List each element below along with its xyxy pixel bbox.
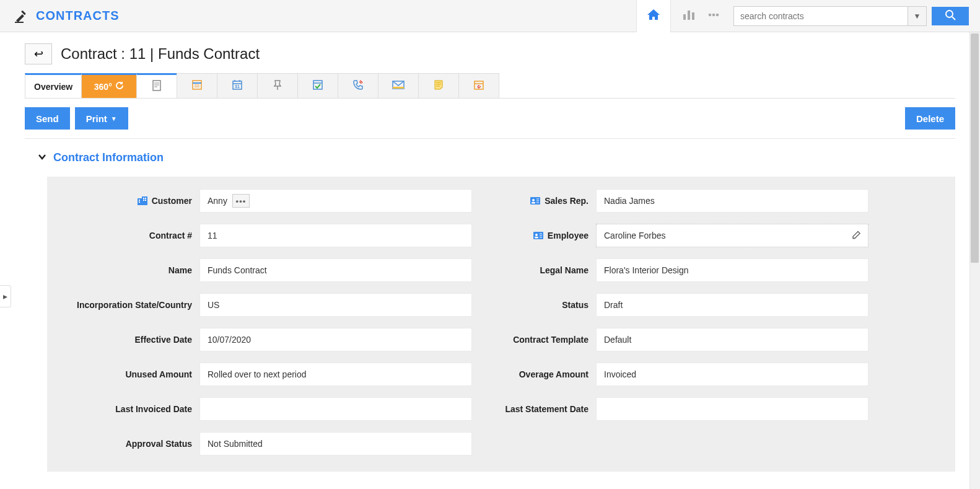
nav-more[interactable] <box>701 4 726 29</box>
svg-rect-38 <box>145 200 146 201</box>
label-name: Name <box>63 258 199 282</box>
top-bar: CONTRACTS ▼ <box>0 0 980 32</box>
chevron-down-icon <box>37 152 47 164</box>
label-customer-text: Customer <box>152 196 192 206</box>
calendar-icon: 31 <box>231 79 243 93</box>
label-lastinvoiced-text: Last Invoiced Date <box>115 404 192 414</box>
tab-check[interactable] <box>297 73 338 98</box>
value-contractno[interactable]: 11 <box>199 224 472 247</box>
customer-lookup-button[interactable]: ••• <box>232 194 250 208</box>
phone-icon <box>352 79 364 93</box>
label-customer: Customer <box>63 189 199 213</box>
tab-mail[interactable] <box>378 73 419 98</box>
value-employee[interactable]: Caroline Forbes <box>596 224 868 247</box>
search-input[interactable] <box>734 11 908 21</box>
svg-rect-3 <box>688 11 690 20</box>
tab-sticky[interactable] <box>418 73 459 98</box>
nav-analytics[interactable] <box>676 4 701 29</box>
more-icon <box>707 8 720 24</box>
edit-employee-button[interactable] <box>852 230 862 242</box>
document-icon <box>151 79 163 94</box>
label-effdate-text: Effective Date <box>134 335 192 345</box>
label-salesrep-text: Sales Rep. <box>545 196 588 206</box>
value-lastinvoiced[interactable] <box>199 397 472 421</box>
svg-point-5 <box>709 14 712 17</box>
svg-rect-34 <box>142 196 147 205</box>
delete-button[interactable]: Delete <box>905 107 955 130</box>
svg-text:31: 31 <box>235 84 240 89</box>
search-button[interactable] <box>932 7 969 25</box>
label-approval: Approval Status <box>63 432 199 456</box>
value-effdate-text: 10/07/2020 <box>208 335 251 345</box>
tab-overview[interactable]: Overview <box>25 73 82 98</box>
svg-point-48 <box>535 234 538 236</box>
top-actions: ▼ <box>636 0 969 32</box>
label-legalname-text: Legal Name <box>540 265 588 275</box>
section-header[interactable]: Contract Information <box>37 151 955 164</box>
value-salesrep[interactable]: Nadia James <box>596 189 868 213</box>
tab-overview-label: Overview <box>34 82 72 92</box>
svg-line-9 <box>952 17 955 20</box>
action-row: Send Print ▼ Delete <box>25 107 955 139</box>
back-button[interactable]: ↩ <box>25 43 52 64</box>
send-button-label: Send <box>36 113 59 124</box>
tab-list[interactable] <box>177 73 217 98</box>
scrollbar-thumb[interactable] <box>971 33 979 263</box>
value-overage-text: Invoiced <box>604 369 636 379</box>
svg-rect-40 <box>139 201 140 203</box>
value-template[interactable]: Default <box>596 328 868 351</box>
value-contractno-text: 11 <box>208 231 217 240</box>
chevron-down-icon: ▼ <box>914 12 921 20</box>
delete-button-label: Delete <box>916 113 944 124</box>
tab-attachment[interactable] <box>458 73 499 98</box>
tab-call[interactable] <box>338 73 378 98</box>
value-incorp[interactable]: US <box>199 293 472 317</box>
value-effdate[interactable]: 10/07/2020 <box>199 328 472 351</box>
value-status[interactable]: Draft <box>596 293 868 317</box>
value-customer[interactable]: Anny ••• <box>199 189 472 213</box>
sidebar-expand-handle[interactable]: ▸ <box>0 285 11 307</box>
svg-rect-37 <box>143 200 144 201</box>
mail-icon <box>392 79 405 92</box>
attachment-icon <box>473 79 485 93</box>
label-template-text: Contract Template <box>513 335 588 345</box>
brand-text: CONTRACTS <box>36 9 120 23</box>
svg-rect-27 <box>393 87 404 89</box>
tab-pin[interactable] <box>257 73 298 98</box>
scrollbar[interactable] <box>969 32 980 489</box>
svg-rect-10 <box>153 81 160 90</box>
value-template-text: Default <box>604 335 631 345</box>
top-search: ▼ <box>733 6 969 26</box>
print-button[interactable]: Print ▼ <box>75 107 128 130</box>
label-legalname: Legal Name <box>472 258 596 282</box>
value-unused[interactable]: Rolled over to next period <box>199 363 472 386</box>
value-legalname-text: Flora's Interior Design <box>604 265 689 275</box>
send-button[interactable]: Send <box>25 107 70 130</box>
content-area: ↩ Contract : 11 | Funds Contract Overvie… <box>0 32 980 489</box>
svg-rect-43 <box>532 202 535 204</box>
value-salesrep-text: Nadia James <box>604 196 655 206</box>
label-employee: Employee <box>472 224 596 247</box>
svg-rect-1 <box>15 22 24 23</box>
back-arrow-icon: ↩ <box>34 47 43 61</box>
search-dropdown[interactable]: ▼ <box>908 7 926 25</box>
value-name[interactable]: Funds Contract <box>199 258 472 282</box>
svg-point-42 <box>532 199 535 201</box>
label-approval-text: Approval Status <box>126 439 192 449</box>
title-row: ↩ Contract : 11 | Funds Contract <box>25 43 955 64</box>
value-unused-text: Rolled over to next period <box>208 369 307 379</box>
list-icon <box>191 79 203 93</box>
svg-point-8 <box>946 11 953 17</box>
nav-home[interactable] <box>636 0 671 32</box>
value-approval[interactable]: Not Submitted <box>199 432 472 456</box>
value-overage[interactable]: Invoiced <box>596 363 868 386</box>
refresh-icon <box>115 81 125 92</box>
svg-rect-0 <box>21 10 26 15</box>
value-legalname[interactable]: Flora's Interior Design <box>596 258 868 282</box>
value-laststatement[interactable] <box>596 397 868 421</box>
tab-calendar[interactable]: 31 <box>217 73 258 98</box>
svg-rect-35 <box>143 198 144 199</box>
tab-360[interactable]: 360° <box>81 73 137 98</box>
tab-notes[interactable] <box>136 73 177 98</box>
tab-row: Overview 360° 31 <box>25 73 955 99</box>
